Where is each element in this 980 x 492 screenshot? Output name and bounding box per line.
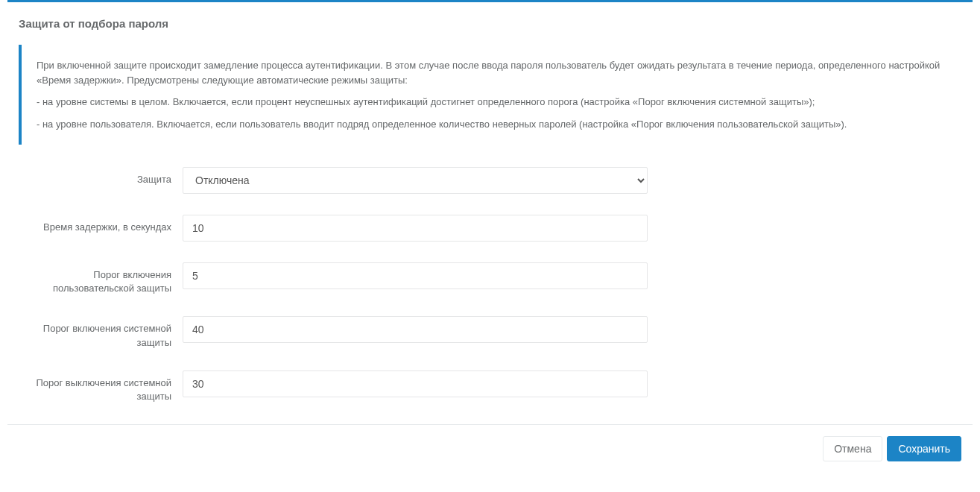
- system-on-threshold-input[interactable]: [183, 316, 648, 343]
- system-on-threshold-label: Порог включения системной защиты: [19, 316, 183, 349]
- delay-input[interactable]: [183, 215, 648, 242]
- info-block: При включенной защите происходит замедле…: [19, 45, 961, 145]
- system-off-threshold-input[interactable]: [183, 370, 648, 397]
- cancel-button[interactable]: Отмена: [823, 436, 882, 461]
- save-button[interactable]: Сохранить: [887, 436, 961, 461]
- protection-label: Защита: [19, 167, 183, 186]
- system-off-threshold-label: Порог выключения системной защиты: [19, 370, 183, 403]
- form-row-protection: Защита Отключена: [19, 167, 961, 194]
- form-row-system-off-threshold: Порог выключения системной защиты: [19, 370, 961, 403]
- form-row-delay: Время задержки, в секундах: [19, 215, 961, 242]
- panel-body: Защита от подбора пароля При включенной …: [7, 2, 973, 403]
- form-row-user-threshold: Порог включения пользовательской защиты: [19, 262, 961, 295]
- info-paragraph-3: - на уровне пользователя. Включается, ес…: [37, 117, 946, 132]
- info-paragraph-2: - на уровне системы в целом. Включается,…: [37, 95, 946, 110]
- info-paragraph-1: При включенной защите происходит замедле…: [37, 58, 946, 87]
- form-row-system-on-threshold: Порог включения системной защиты: [19, 316, 961, 349]
- delay-label: Время задержки, в секундах: [19, 215, 183, 234]
- section-title: Защита от подбора пароля: [19, 17, 961, 30]
- footer-bar: Отмена Сохранить: [7, 424, 973, 473]
- user-threshold-label: Порог включения пользовательской защиты: [19, 262, 183, 295]
- user-threshold-input[interactable]: [183, 262, 648, 289]
- brute-force-protection-panel: Защита от подбора пароля При включенной …: [7, 0, 973, 403]
- protection-select[interactable]: Отключена: [183, 167, 648, 194]
